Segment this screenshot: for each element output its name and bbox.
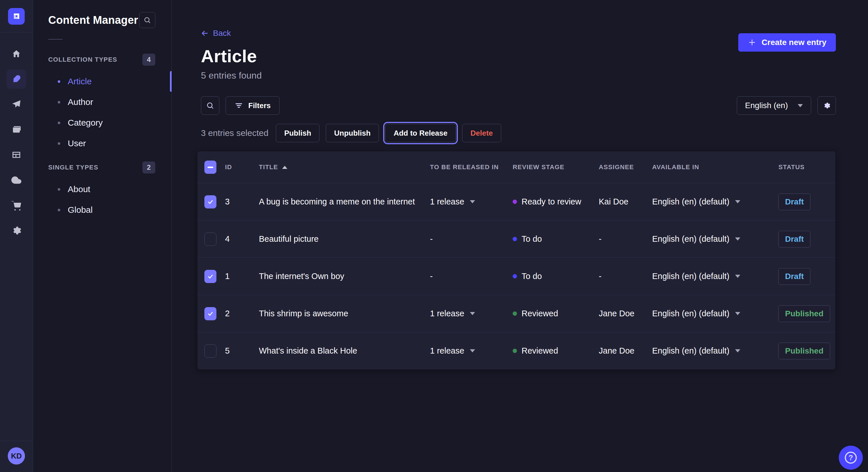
row-available-in[interactable]: English (en) (default) — [644, 309, 769, 318]
subnav-search-button[interactable] — [139, 12, 155, 28]
locale-select[interactable]: English (en) — [737, 96, 811, 115]
help-button[interactable]: ? — [839, 446, 863, 470]
selection-count: 3 entries selected — [201, 128, 268, 138]
sidebar-item-label: Article — [68, 76, 92, 86]
column-header-title[interactable]: TITLE — [253, 164, 422, 171]
row-assignee: - — [591, 272, 644, 281]
table-row[interactable]: 1 The internet's Own boy - To do - Engli… — [197, 258, 835, 295]
stage-dot — [513, 274, 517, 278]
select-all-checkbox[interactable] — [205, 161, 216, 174]
row-checkbox-cell — [205, 344, 225, 358]
cloud-icon[interactable] — [7, 171, 26, 190]
main-nav-rail: KD — [0, 0, 33, 472]
send-icon[interactable] — [7, 95, 26, 114]
sidebar-item-global[interactable]: Global — [33, 200, 172, 220]
row-released-in[interactable]: 1 release — [422, 346, 505, 356]
status-badge: Draft — [778, 231, 810, 247]
column-header-available-in[interactable]: AVAILABLE IN — [644, 164, 769, 171]
row-id: 5 — [225, 346, 253, 356]
bullet-icon — [58, 80, 60, 83]
bullet-icon — [58, 209, 60, 211]
content-manager-icon[interactable] — [7, 70, 26, 89]
table-header-row: ID TITLE TO BE RELEASED IN REVIEW STAGE … — [197, 151, 835, 183]
row-assignee: - — [591, 234, 644, 244]
stage-dot — [513, 237, 517, 241]
view-settings-button[interactable] — [817, 96, 836, 115]
row-checkbox[interactable] — [205, 344, 216, 358]
row-review-stage: Reviewed — [505, 309, 591, 318]
row-available-in[interactable]: English (en) (default) — [644, 272, 769, 281]
row-checkbox-cell — [205, 195, 225, 208]
chevron-down-icon — [735, 312, 740, 315]
filters-button[interactable]: Filters — [226, 96, 280, 115]
row-status-cell: Draft — [769, 194, 828, 210]
home-icon[interactable] — [7, 44, 26, 63]
back-link[interactable]: Back — [201, 29, 231, 38]
table-row[interactable]: 5 What's inside a Black Hole 1 release R… — [197, 332, 835, 369]
status-badge: Draft — [778, 194, 810, 210]
row-status-cell: Draft — [769, 268, 828, 285]
row-available-in[interactable]: English (en) (default) — [644, 346, 769, 356]
delete-button[interactable]: Delete — [462, 124, 501, 142]
add-to-release-button[interactable]: Add to Release — [385, 124, 456, 142]
row-review-stage: To do — [505, 234, 591, 244]
search-icon — [206, 102, 214, 109]
bullet-icon — [58, 101, 60, 103]
plus-icon — [748, 38, 756, 47]
column-header-assignee[interactable]: ASSIGNEE — [591, 164, 644, 171]
row-available-in[interactable]: English (en) (default) — [644, 197, 769, 206]
status-badge: Draft — [778, 268, 810, 285]
sidebar-item-user[interactable]: User — [33, 133, 172, 154]
strapi-logo[interactable] — [8, 8, 25, 25]
user-avatar[interactable]: KD — [8, 447, 25, 465]
content-manager-subnav: Content Manager COLLECTION TYPES4Article… — [33, 0, 172, 472]
sidebar-item-author[interactable]: Author — [33, 92, 172, 112]
publish-button[interactable]: Publish — [276, 124, 319, 142]
row-checkbox-cell — [205, 233, 225, 246]
row-checkbox[interactable] — [205, 195, 216, 208]
unpublish-button[interactable]: Unpublish — [326, 124, 379, 142]
row-released-in[interactable]: 1 release — [422, 309, 505, 318]
table-row[interactable]: 2 This shrimp is awesome 1 release Revie… — [197, 295, 835, 332]
column-header-review-stage[interactable]: REVIEW STAGE — [505, 164, 591, 171]
marketplace-cart-icon[interactable] — [7, 196, 26, 215]
table-row[interactable]: 3 A bug is becoming a meme on the intern… — [197, 183, 835, 220]
settings-gear-icon[interactable] — [7, 221, 26, 240]
sidebar-item-category[interactable]: Category — [33, 112, 172, 133]
row-checkbox[interactable] — [205, 307, 216, 320]
bullet-icon — [58, 142, 60, 145]
toolbar: Filters English (en) — [201, 96, 836, 115]
subnav-section-count-badge: 2 — [143, 162, 155, 173]
row-released-in[interactable]: - — [422, 234, 505, 244]
table-row[interactable]: 4 Beautiful picture - To do - English (e… — [197, 220, 835, 258]
row-released-in[interactable]: 1 release — [422, 197, 505, 206]
row-available-in[interactable]: English (en) (default) — [644, 234, 769, 244]
column-header-id[interactable]: ID — [225, 164, 253, 171]
subnav-section-header[interactable]: SINGLE TYPES2 — [33, 160, 172, 175]
table-search-button[interactable] — [201, 96, 219, 115]
chevron-down-icon — [470, 312, 475, 315]
row-status-cell: Published — [769, 305, 834, 322]
create-new-entry-button[interactable]: Create new entry — [738, 33, 836, 52]
media-library-icon[interactable] — [7, 120, 26, 139]
column-header-status[interactable]: STATUS — [769, 164, 828, 171]
row-id: 2 — [225, 309, 253, 318]
row-released-in[interactable]: - — [422, 272, 505, 281]
subnav-section-header[interactable]: COLLECTION TYPES4 — [33, 52, 172, 67]
row-checkbox[interactable] — [205, 233, 216, 246]
sidebar-item-about[interactable]: About — [33, 179, 172, 200]
sort-ascending-icon — [282, 166, 287, 169]
sidebar-item-label: About — [68, 184, 90, 194]
content-type-builder-icon[interactable] — [7, 145, 26, 164]
bullet-icon — [58, 122, 60, 124]
sidebar-item-label: Author — [68, 97, 93, 107]
row-review-stage: Ready to review — [505, 197, 591, 206]
row-checkbox-cell — [205, 307, 225, 320]
row-checkbox[interactable] — [205, 270, 216, 283]
row-assignee: Jane Doe — [591, 346, 644, 356]
column-header-released[interactable]: TO BE RELEASED IN — [422, 164, 505, 171]
subnav-title: Content Manager — [48, 14, 138, 26]
status-badge: Published — [778, 305, 830, 322]
subnav-sections: COLLECTION TYPES4ArticleAuthorCategoryUs… — [33, 52, 172, 220]
sidebar-item-article[interactable]: Article — [33, 71, 172, 92]
